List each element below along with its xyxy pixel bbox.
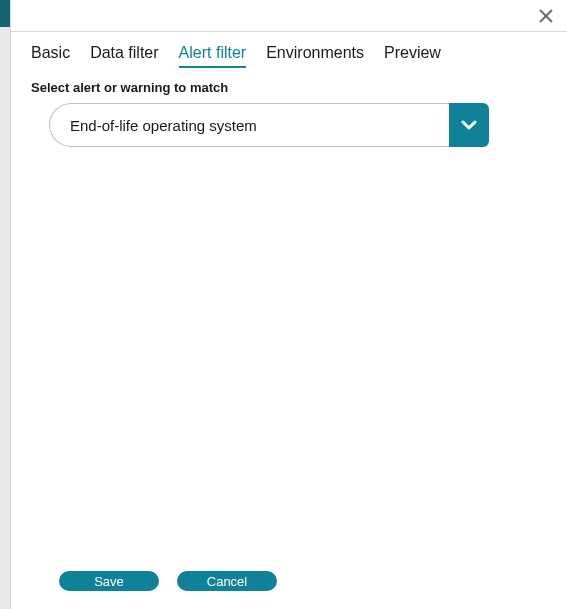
chevron-down-icon	[460, 116, 478, 134]
tab-basic[interactable]: Basic	[31, 44, 70, 68]
dialog-footer: Save Cancel	[11, 571, 567, 609]
select-label: Select alert or warning to match	[31, 80, 547, 95]
dialog-header	[11, 0, 567, 32]
cancel-button[interactable]: Cancel	[177, 571, 277, 591]
alert-select-value[interactable]: End-of-life operating system	[49, 103, 449, 147]
tab-preview[interactable]: Preview	[384, 44, 441, 68]
close-button[interactable]	[535, 5, 557, 27]
alert-select[interactable]: End-of-life operating system	[49, 103, 489, 147]
tab-alert-filter[interactable]: Alert filter	[179, 44, 247, 68]
close-icon	[538, 8, 554, 24]
dialog-panel: Basic Data filter Alert filter Environme…	[10, 0, 567, 609]
background-strip	[0, 0, 10, 609]
save-button[interactable]: Save	[59, 571, 159, 591]
tab-environments[interactable]: Environments	[266, 44, 364, 68]
tab-data-filter[interactable]: Data filter	[90, 44, 158, 68]
tab-content: Select alert or warning to match End-of-…	[11, 68, 567, 571]
alert-select-toggle[interactable]	[449, 103, 489, 147]
tab-bar: Basic Data filter Alert filter Environme…	[11, 32, 567, 68]
